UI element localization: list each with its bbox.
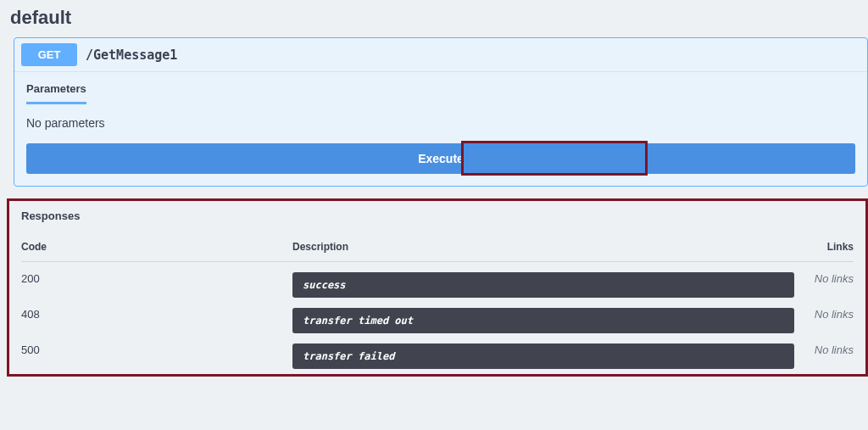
endpoint-path: /GetMessage1 [86, 47, 177, 63]
responses-title: Responses [21, 209, 854, 222]
http-method-badge: GET [21, 43, 77, 66]
responses-highlight-box: Responses Code Description Links 200succ… [7, 198, 868, 377]
no-parameters-text: No parameters [26, 116, 855, 130]
operation-block: GET /GetMessage1 Parameters No parameter… [14, 37, 868, 187]
response-links: No links [794, 333, 854, 369]
response-links: No links [794, 298, 854, 333]
response-description-cell: transfer failed [292, 333, 794, 369]
response-links: No links [794, 262, 854, 299]
response-description-cell: success [292, 262, 794, 299]
response-code: 500 [21, 333, 292, 369]
operation-summary[interactable]: GET /GetMessage1 [14, 38, 867, 72]
response-description: transfer failed [292, 343, 794, 369]
response-row: 408transfer timed outNo links [21, 298, 854, 333]
column-desc: Description [292, 241, 794, 262]
responses-table: Code Description Links 200successNo link… [21, 241, 854, 369]
response-row: 200successNo links [21, 262, 854, 299]
parameters-section: Parameters No parameters Execute [14, 72, 867, 186]
response-description: success [292, 272, 794, 298]
column-links: Links [794, 241, 854, 262]
response-description: transfer timed out [292, 308, 794, 333]
column-code: Code [21, 241, 292, 262]
response-description-cell: transfer timed out [292, 298, 794, 333]
response-code: 408 [21, 298, 292, 333]
response-code: 200 [21, 262, 292, 299]
tab-parameters[interactable]: Parameters [26, 82, 86, 104]
section-title: default [10, 7, 861, 29]
execute-button[interactable]: Execute [26, 143, 855, 174]
response-row: 500transfer failedNo links [21, 333, 854, 369]
